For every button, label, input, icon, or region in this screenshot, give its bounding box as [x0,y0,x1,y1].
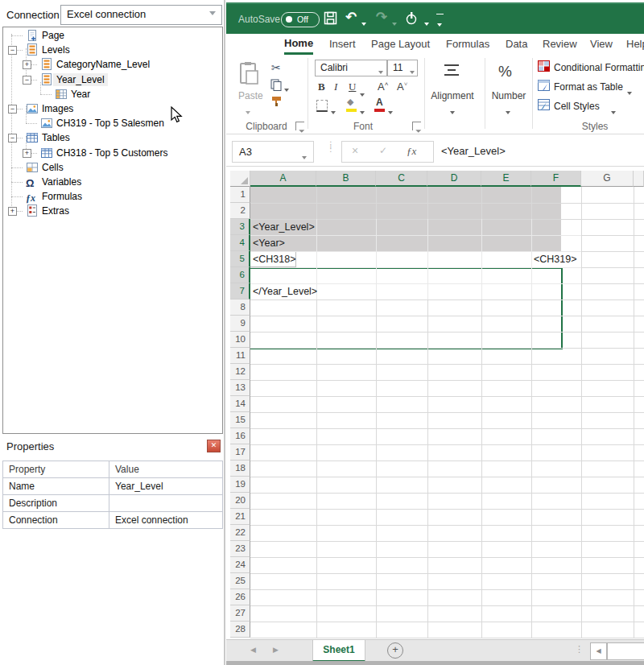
fill-color-icon[interactable]: ◆ [347,97,353,107]
row-header-9[interactable]: 9 [230,316,250,332]
row-header-4[interactable]: 4 [230,235,250,251]
cell-styles-dropdown-icon[interactable] [611,105,616,119]
column-header-C[interactable]: C [376,171,427,187]
collapse-icon[interactable]: − [8,134,17,142]
column-header-G[interactable]: G [581,171,634,187]
new-sheet-button[interactable]: + [387,642,403,659]
column-header-A[interactable]: A [250,171,316,187]
touch-mouse-mode-icon[interactable] [405,11,419,26]
underline-button[interactable]: U [349,81,356,93]
row-header-15[interactable]: 15 [230,412,250,428]
cell-styles-button[interactable]: Cell Styles [554,101,600,112]
connection-dropdown[interactable]: Excel connection [60,5,222,25]
underline-dropdown-icon[interactable] [360,87,365,101]
row-header-26[interactable]: 26 [230,589,250,605]
select-all-corner[interactable] [230,171,250,187]
tree-item-extras[interactable]: +Extras [3,204,213,218]
redo-dropdown-icon[interactable] [392,16,397,31]
ribbon-tab-page-layout[interactable]: Page Layout [371,34,430,55]
tree-item-ch318-top-5-customers[interactable]: +CH318 - Top 5 Customers [3,146,213,160]
property-row[interactable]: ConnectionExcel connection [3,512,222,528]
font-name-combo[interactable]: Calibri [315,60,387,76]
insert-function-icon[interactable]: ƒx [407,145,416,158]
paste-icon[interactable] [239,61,260,85]
clipboard-dialog-launcher-icon[interactable] [295,122,304,130]
number-button-label[interactable]: Number [486,90,531,101]
cell-A7[interactable]: </Year_Level> [253,283,317,299]
row-header-20[interactable]: 20 [230,493,250,509]
cancel-icon[interactable]: × [352,144,358,157]
column-header-B[interactable]: B [316,171,376,187]
row-header-24[interactable]: 24 [230,557,250,573]
row-header-10[interactable]: 10 [230,332,250,348]
cell-F5[interactable]: <CH319> [534,251,577,267]
tree-item-variables[interactable]: ΩVariables [3,175,213,189]
hscroll-thumb[interactable] [607,642,644,660]
ribbon-tab-insert[interactable]: Insert [329,34,356,55]
undo-dropdown-icon[interactable] [361,16,366,31]
font-dialog-launcher-icon[interactable] [412,122,421,130]
spreadsheet-grid[interactable]: ABCDEFG123456789101112131415161718192021… [230,171,644,639]
cell-A5[interactable]: <CH318> [253,251,296,267]
property-row[interactable]: Description [3,495,222,512]
expand-icon[interactable]: + [23,60,31,69]
tree-item-year-level[interactable]: −Year_Level [3,72,213,87]
ribbon-tab-data[interactable]: Data [506,34,527,55]
ribbon-tab-home[interactable]: Home [284,34,313,55]
row-header-3[interactable]: 3 [230,219,250,235]
borders-icon[interactable] [316,100,328,112]
tree-item-cells[interactable]: Cells [3,160,213,175]
format-as-table-dropdown-icon[interactable] [627,85,632,100]
row-header-6[interactable]: 6 [230,267,250,283]
row-header-13[interactable]: 13 [230,380,250,396]
row-header-21[interactable]: 21 [230,509,250,525]
row-header-18[interactable]: 18 [230,461,250,477]
row-header-1[interactable]: 1 [230,187,250,203]
tree-item-page[interactable]: Page [3,28,213,43]
font-size-combo[interactable]: 11 [387,60,418,76]
column-header-F[interactable]: F [531,171,581,187]
sheet-nav-left-icon[interactable]: ◀ [250,646,256,654]
row-header-23[interactable]: 23 [230,541,250,557]
row-header-25[interactable]: 25 [230,573,250,589]
font-color-dropdown-icon[interactable] [388,105,393,119]
number-percent-icon[interactable]: % [498,63,512,81]
copy-dropdown-icon[interactable] [284,82,289,97]
cell-A3[interactable]: <Year_Level> [253,219,315,235]
sheet-tab[interactable]: Sheet1 [312,640,365,662]
tree-item-tables[interactable]: −Tables [3,130,213,145]
tree-item-levels[interactable]: −Levels [3,43,213,57]
format-as-table-button[interactable]: Format as Table [554,81,623,93]
undo-icon[interactable]: ↶ [345,9,357,26]
format-painter-icon[interactable] [270,95,283,107]
enter-icon[interactable]: ✓ [379,145,387,156]
ribbon-tab-view[interactable]: View [590,34,613,55]
alignment-button-label[interactable]: Alignment [430,90,475,101]
hscroll-left-arrow[interactable]: ◀ [590,642,607,660]
alignment-dropdown-icon[interactable] [450,105,455,119]
ribbon-tab-review[interactable]: Review [543,34,577,55]
collapse-icon[interactable]: − [8,46,17,55]
properties-close-button[interactable]: ✕ [207,440,221,452]
tree-item-formulas[interactable]: ƒxFormulas [3,189,213,204]
redo-icon[interactable]: ↷ [376,9,387,26]
row-header-7[interactable]: 7 [230,283,250,299]
row-header-27[interactable]: 27 [230,605,250,622]
ribbon-tab-help[interactable]: Help [626,34,644,55]
cut-icon[interactable]: ✂ [271,61,281,74]
property-row[interactable]: NameYear_Level [3,478,222,495]
row-header-11[interactable]: 11 [230,348,250,364]
paste-dropdown-icon[interactable] [246,105,250,119]
column-header-D[interactable]: D [427,171,481,187]
splitter-dots-icon[interactable]: ⋮⋮ [327,142,335,151]
increase-font-size-button[interactable]: A˄ [378,81,388,93]
column-header-partial[interactable] [634,171,644,187]
alignment-icon[interactable] [440,61,463,81]
bold-button[interactable]: B [318,81,325,93]
tree-item-year[interactable]: Year [3,87,213,101]
fill-color-dropdown-icon[interactable] [360,105,365,119]
italic-button[interactable]: I [334,81,337,93]
touch-mode-dropdown-icon[interactable] [424,16,429,31]
row-header-2[interactable]: 2 [230,203,250,219]
row-header-28[interactable]: 28 [230,622,250,638]
